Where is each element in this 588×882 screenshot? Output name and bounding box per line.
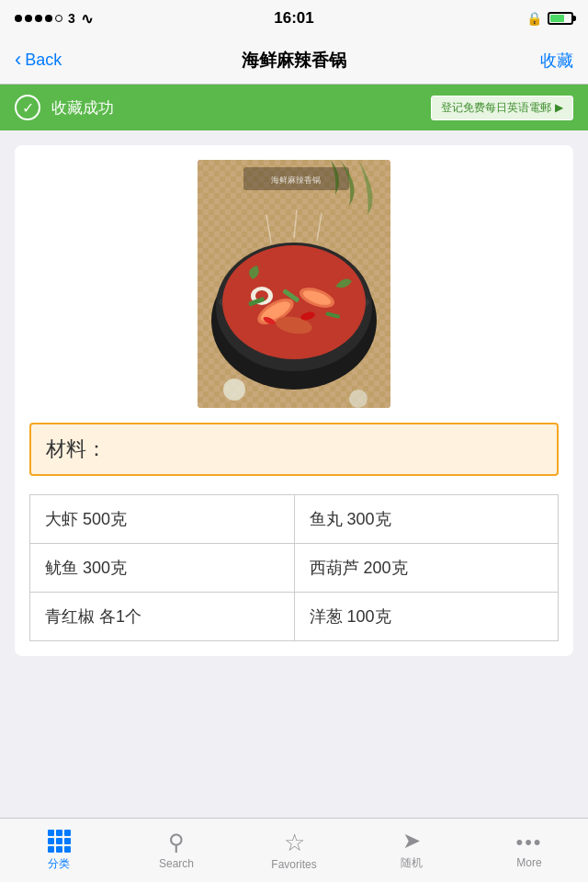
ad-arrow-icon: ▶ — [555, 101, 563, 114]
svg-point-27 — [349, 390, 368, 408]
favorites-label: Favorites — [271, 858, 316, 871]
ingredient-fishball: 鱼丸 300克 — [295, 495, 560, 544]
tab-favorites[interactable]: ☆ Favorites — [235, 819, 353, 882]
more-icon: ••• — [515, 832, 542, 853]
chevron-left-icon: ‹ — [15, 48, 21, 72]
dot-5 — [55, 15, 62, 22]
svg-point-26 — [223, 379, 245, 401]
battery-fill — [550, 15, 564, 22]
categories-label: 分类 — [48, 856, 70, 872]
dot-4 — [45, 15, 52, 22]
dot-2 — [25, 15, 32, 22]
search-icon: ⚲ — [168, 831, 185, 854]
ingredient-onion: 洋葱 100克 — [295, 593, 560, 641]
back-button[interactable]: ‹ Back — [15, 50, 62, 72]
status-left: 3 ∿ — [15, 10, 93, 28]
random-icon: ➤ — [402, 830, 421, 852]
ingredient-squid: 鱿鱼 300克 — [30, 544, 295, 593]
tab-search[interactable]: ⚲ Search — [118, 819, 235, 882]
nav-bar: ‹ Back 海鲜麻辣香锅 收藏 — [0, 37, 588, 85]
ad-banner: ✓ 收藏成功 登记免费每日英语電郵 ▶ — [0, 85, 588, 130]
recipe-image: 海鲜麻辣香锅 — [198, 160, 390, 408]
svg-point-8 — [222, 245, 366, 359]
wifi-icon: ∿ — [81, 10, 93, 28]
random-label: 随机 — [401, 855, 423, 871]
success-message: 收藏成功 — [51, 97, 114, 119]
more-label: More — [516, 856, 541, 869]
carrier-label: 3 — [68, 11, 75, 26]
tab-categories[interactable]: 分类 — [0, 819, 118, 882]
lock-icon: 🔒 — [526, 11, 542, 26]
checkmark-icon: ✓ — [22, 99, 34, 117]
status-bar: 3 ∿ 16:01 🔒 — [0, 0, 588, 37]
tab-bar: 分类 ⚲ Search ☆ Favorites ➤ 随机 ••• More — [0, 818, 588, 882]
ingredient-peppers: 青红椒 各1个 — [30, 593, 295, 641]
ad-cta[interactable]: 登记免费每日英语電郵 ▶ — [431, 96, 573, 120]
ingredients-grid: 大虾 500克 鱼丸 300克 鱿鱼 300克 西葫芦 200克 青红椒 各1个… — [29, 494, 559, 641]
search-label: Search — [159, 857, 194, 870]
star-icon: ☆ — [284, 831, 305, 854]
status-time: 16:01 — [274, 9, 313, 28]
dot-1 — [15, 15, 22, 22]
tab-random[interactable]: ➤ 随机 — [353, 819, 470, 882]
ingredients-title: 材料： — [29, 423, 559, 476]
success-checkmark: ✓ — [15, 95, 40, 120]
recipe-image-container: 海鲜麻辣香锅 — [29, 160, 559, 408]
tab-more[interactable]: ••• More — [470, 819, 588, 882]
back-label[interactable]: Back — [25, 51, 62, 70]
battery-icon — [548, 12, 573, 25]
status-right: 🔒 — [526, 11, 573, 26]
page-title: 海鲜麻辣香锅 — [242, 49, 346, 73]
svg-text:海鲜麻辣香锅: 海鲜麻辣香锅 — [271, 175, 321, 185]
content-area: 海鲜麻辣香锅 材料： 大虾 500克 鱼丸 300克 鱿鱼 300克 西葫芦 2… — [0, 130, 588, 818]
recipe-card: 海鲜麻辣香锅 材料： 大虾 500克 鱼丸 300克 鱿鱼 300克 西葫芦 2… — [15, 145, 573, 656]
bookmark-button[interactable]: 收藏 — [540, 50, 573, 72]
categories-icon — [48, 830, 71, 853]
ingredient-zucchini: 西葫芦 200克 — [295, 544, 560, 593]
signal-dots — [15, 15, 62, 22]
ingredient-shrimp: 大虾 500克 — [30, 495, 295, 544]
ad-sub-text: 登记免费每日英语電郵 — [441, 100, 551, 116]
dot-3 — [35, 15, 42, 22]
